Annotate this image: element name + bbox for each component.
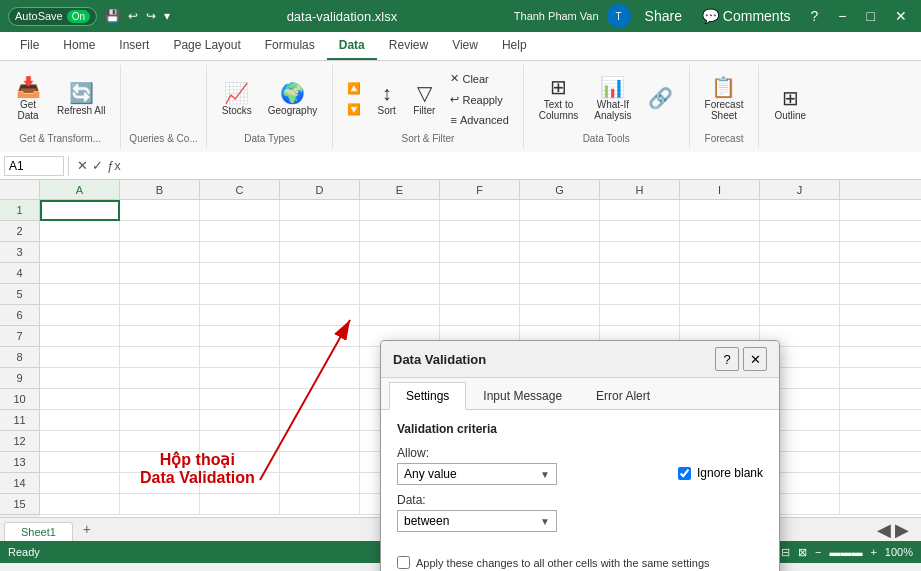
insert-function-icon[interactable]: ƒx bbox=[107, 158, 121, 173]
cell-A12[interactable] bbox=[40, 431, 120, 452]
data-validation-button[interactable]: 🔗 bbox=[641, 83, 681, 115]
row-header-15[interactable]: 15 bbox=[0, 494, 40, 515]
cell-H2[interactable] bbox=[600, 221, 680, 242]
row-header-6[interactable]: 6 bbox=[0, 305, 40, 326]
cell-I1[interactable] bbox=[680, 200, 760, 221]
cell-B15[interactable] bbox=[120, 494, 200, 515]
filter-button[interactable]: ▽ Filter bbox=[406, 78, 442, 121]
col-header-E[interactable]: E bbox=[360, 180, 440, 199]
cell-I6[interactable] bbox=[680, 305, 760, 326]
cell-C6[interactable] bbox=[200, 305, 280, 326]
cell-B6[interactable] bbox=[120, 305, 200, 326]
dialog-tab-settings[interactable]: Settings bbox=[389, 382, 466, 410]
cell-I2[interactable] bbox=[680, 221, 760, 242]
cell-E4[interactable] bbox=[360, 263, 440, 284]
tab-insert[interactable]: Insert bbox=[107, 32, 161, 60]
cell-A3[interactable] bbox=[40, 242, 120, 263]
row-header-5[interactable]: 5 bbox=[0, 284, 40, 305]
zoom-bar[interactable]: ▬▬▬ bbox=[829, 546, 862, 558]
cell-C15[interactable] bbox=[200, 494, 280, 515]
row-header-2[interactable]: 2 bbox=[0, 221, 40, 242]
cell-C14[interactable] bbox=[200, 473, 280, 494]
row-col-corner[interactable] bbox=[0, 180, 40, 199]
cell-B12[interactable] bbox=[120, 431, 200, 452]
cell-J2[interactable] bbox=[760, 221, 840, 242]
cell-B1[interactable] bbox=[120, 200, 200, 221]
cell-A13[interactable] bbox=[40, 452, 120, 473]
cell-A10[interactable] bbox=[40, 389, 120, 410]
cell-H4[interactable] bbox=[600, 263, 680, 284]
cell-F4[interactable] bbox=[440, 263, 520, 284]
cell-A5[interactable] bbox=[40, 284, 120, 305]
cell-C10[interactable] bbox=[200, 389, 280, 410]
cell-D1[interactable] bbox=[280, 200, 360, 221]
refresh-all-button[interactable]: 🔄 Refresh All bbox=[50, 78, 112, 121]
tab-formulas[interactable]: Formulas bbox=[253, 32, 327, 60]
view-layout-icon[interactable]: ⊟ bbox=[781, 546, 790, 559]
cell-D11[interactable] bbox=[280, 410, 360, 431]
cell-A15[interactable] bbox=[40, 494, 120, 515]
cell-G2[interactable] bbox=[520, 221, 600, 242]
cell-A9[interactable] bbox=[40, 368, 120, 389]
cancel-formula-icon[interactable]: ✕ bbox=[77, 158, 88, 173]
zoom-in-icon[interactable]: + bbox=[870, 546, 876, 558]
stocks-button[interactable]: 📈 Stocks bbox=[215, 78, 259, 121]
row-header-10[interactable]: 10 bbox=[0, 389, 40, 410]
row-header-4[interactable]: 4 bbox=[0, 263, 40, 284]
cell-J1[interactable] bbox=[760, 200, 840, 221]
col-header-G[interactable]: G bbox=[520, 180, 600, 199]
row-header-13[interactable]: 13 bbox=[0, 452, 40, 473]
sort-za-button[interactable]: 🔽 bbox=[341, 100, 367, 119]
cell-A6[interactable] bbox=[40, 305, 120, 326]
dialog-tab-input-message[interactable]: Input Message bbox=[466, 382, 579, 409]
cell-D2[interactable] bbox=[280, 221, 360, 242]
comments-button[interactable]: 💬 Comments bbox=[696, 6, 797, 26]
cell-E1[interactable] bbox=[360, 200, 440, 221]
sheet-tab-sheet1[interactable]: Sheet1 bbox=[4, 522, 73, 541]
cell-C5[interactable] bbox=[200, 284, 280, 305]
data-dropdown[interactable]: between ▼ bbox=[397, 510, 557, 532]
cell-G6[interactable] bbox=[520, 305, 600, 326]
redo-icon[interactable]: ↪ bbox=[146, 9, 156, 23]
row-header-9[interactable]: 9 bbox=[0, 368, 40, 389]
clear-button[interactable]: ✕ Clear bbox=[444, 69, 514, 88]
cell-G5[interactable] bbox=[520, 284, 600, 305]
cell-B7[interactable] bbox=[120, 326, 200, 347]
cell-F2[interactable] bbox=[440, 221, 520, 242]
share-button[interactable]: Share bbox=[639, 6, 688, 26]
cell-D4[interactable] bbox=[280, 263, 360, 284]
cell-A7[interactable] bbox=[40, 326, 120, 347]
cell-G3[interactable] bbox=[520, 242, 600, 263]
row-header-11[interactable]: 11 bbox=[0, 410, 40, 431]
autosave-toggle[interactable]: AutoSave On bbox=[8, 7, 97, 26]
cell-H5[interactable] bbox=[600, 284, 680, 305]
cell-E2[interactable] bbox=[360, 221, 440, 242]
cell-J5[interactable] bbox=[760, 284, 840, 305]
cell-B10[interactable] bbox=[120, 389, 200, 410]
cell-B9[interactable] bbox=[120, 368, 200, 389]
sort-az-button[interactable]: 🔼 bbox=[341, 79, 367, 98]
cell-J4[interactable] bbox=[760, 263, 840, 284]
cell-F3[interactable] bbox=[440, 242, 520, 263]
cell-H1[interactable] bbox=[600, 200, 680, 221]
cell-C2[interactable] bbox=[200, 221, 280, 242]
row-header-14[interactable]: 14 bbox=[0, 473, 40, 494]
minimize-button[interactable]: − bbox=[832, 6, 852, 26]
cell-B14[interactable] bbox=[120, 473, 200, 494]
cell-I5[interactable] bbox=[680, 284, 760, 305]
cell-C3[interactable] bbox=[200, 242, 280, 263]
confirm-formula-icon[interactable]: ✓ bbox=[92, 158, 103, 173]
cell-E3[interactable] bbox=[360, 242, 440, 263]
tab-data[interactable]: Data bbox=[327, 32, 377, 60]
col-header-D[interactable]: D bbox=[280, 180, 360, 199]
cell-A14[interactable] bbox=[40, 473, 120, 494]
add-sheet-button[interactable]: + bbox=[77, 519, 97, 539]
col-header-B[interactable]: B bbox=[120, 180, 200, 199]
col-header-I[interactable]: I bbox=[680, 180, 760, 199]
save-icon[interactable]: 💾 bbox=[105, 9, 120, 23]
cell-D12[interactable] bbox=[280, 431, 360, 452]
row-header-8[interactable]: 8 bbox=[0, 347, 40, 368]
cell-I3[interactable] bbox=[680, 242, 760, 263]
cell-A1[interactable] bbox=[40, 200, 120, 221]
help-icon[interactable]: ? bbox=[805, 6, 825, 26]
